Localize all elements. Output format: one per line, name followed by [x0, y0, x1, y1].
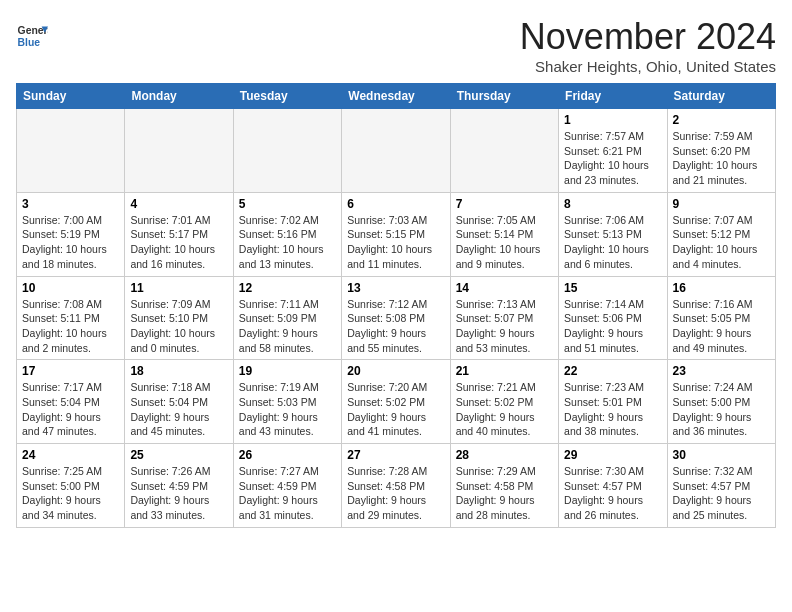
day-number: 1	[564, 113, 661, 127]
day-info: Sunrise: 7:17 AMSunset: 5:04 PMDaylight:…	[22, 380, 119, 439]
day-info: Sunrise: 7:03 AMSunset: 5:15 PMDaylight:…	[347, 213, 444, 272]
day-number: 27	[347, 448, 444, 462]
day-info: Sunrise: 7:11 AMSunset: 5:09 PMDaylight:…	[239, 297, 336, 356]
calendar-cell: 30Sunrise: 7:32 AMSunset: 4:57 PMDayligh…	[667, 444, 775, 528]
day-number: 26	[239, 448, 336, 462]
day-info: Sunrise: 7:09 AMSunset: 5:10 PMDaylight:…	[130, 297, 227, 356]
day-number: 29	[564, 448, 661, 462]
day-number: 8	[564, 197, 661, 211]
day-info: Sunrise: 7:02 AMSunset: 5:16 PMDaylight:…	[239, 213, 336, 272]
calendar-cell: 9Sunrise: 7:07 AMSunset: 5:12 PMDaylight…	[667, 192, 775, 276]
day-number: 18	[130, 364, 227, 378]
day-info: Sunrise: 7:07 AMSunset: 5:12 PMDaylight:…	[673, 213, 770, 272]
day-info: Sunrise: 7:12 AMSunset: 5:08 PMDaylight:…	[347, 297, 444, 356]
calendar-cell: 2Sunrise: 7:59 AMSunset: 6:20 PMDaylight…	[667, 109, 775, 193]
day-info: Sunrise: 7:23 AMSunset: 5:01 PMDaylight:…	[564, 380, 661, 439]
day-number: 12	[239, 281, 336, 295]
day-info: Sunrise: 7:14 AMSunset: 5:06 PMDaylight:…	[564, 297, 661, 356]
calendar-cell: 8Sunrise: 7:06 AMSunset: 5:13 PMDaylight…	[559, 192, 667, 276]
calendar-cell	[233, 109, 341, 193]
month-title: November 2024	[520, 16, 776, 58]
day-number: 7	[456, 197, 553, 211]
day-number: 20	[347, 364, 444, 378]
page-header: General Blue November 2024 Shaker Height…	[16, 16, 776, 75]
calendar-cell: 19Sunrise: 7:19 AMSunset: 5:03 PMDayligh…	[233, 360, 341, 444]
calendar-cell: 18Sunrise: 7:18 AMSunset: 5:04 PMDayligh…	[125, 360, 233, 444]
day-number: 15	[564, 281, 661, 295]
calendar-cell: 3Sunrise: 7:00 AMSunset: 5:19 PMDaylight…	[17, 192, 125, 276]
calendar-cell: 23Sunrise: 7:24 AMSunset: 5:00 PMDayligh…	[667, 360, 775, 444]
day-info: Sunrise: 7:28 AMSunset: 4:58 PMDaylight:…	[347, 464, 444, 523]
day-info: Sunrise: 7:08 AMSunset: 5:11 PMDaylight:…	[22, 297, 119, 356]
calendar-cell	[125, 109, 233, 193]
weekday-header-row: SundayMondayTuesdayWednesdayThursdayFrid…	[17, 84, 776, 109]
calendar-week-1: 3Sunrise: 7:00 AMSunset: 5:19 PMDaylight…	[17, 192, 776, 276]
day-number: 25	[130, 448, 227, 462]
location: Shaker Heights, Ohio, United States	[520, 58, 776, 75]
svg-text:Blue: Blue	[18, 37, 41, 48]
day-info: Sunrise: 7:26 AMSunset: 4:59 PMDaylight:…	[130, 464, 227, 523]
calendar-cell: 17Sunrise: 7:17 AMSunset: 5:04 PMDayligh…	[17, 360, 125, 444]
calendar-cell	[17, 109, 125, 193]
calendar-cell: 28Sunrise: 7:29 AMSunset: 4:58 PMDayligh…	[450, 444, 558, 528]
day-number: 28	[456, 448, 553, 462]
day-info: Sunrise: 7:20 AMSunset: 5:02 PMDaylight:…	[347, 380, 444, 439]
calendar-cell: 16Sunrise: 7:16 AMSunset: 5:05 PMDayligh…	[667, 276, 775, 360]
day-info: Sunrise: 7:57 AMSunset: 6:21 PMDaylight:…	[564, 129, 661, 188]
day-info: Sunrise: 7:00 AMSunset: 5:19 PMDaylight:…	[22, 213, 119, 272]
weekday-header-monday: Monday	[125, 84, 233, 109]
calendar-cell: 10Sunrise: 7:08 AMSunset: 5:11 PMDayligh…	[17, 276, 125, 360]
day-info: Sunrise: 7:29 AMSunset: 4:58 PMDaylight:…	[456, 464, 553, 523]
day-info: Sunrise: 7:27 AMSunset: 4:59 PMDaylight:…	[239, 464, 336, 523]
day-number: 14	[456, 281, 553, 295]
calendar-cell: 13Sunrise: 7:12 AMSunset: 5:08 PMDayligh…	[342, 276, 450, 360]
weekday-header-wednesday: Wednesday	[342, 84, 450, 109]
calendar-cell: 21Sunrise: 7:21 AMSunset: 5:02 PMDayligh…	[450, 360, 558, 444]
day-info: Sunrise: 7:59 AMSunset: 6:20 PMDaylight:…	[673, 129, 770, 188]
calendar-cell: 4Sunrise: 7:01 AMSunset: 5:17 PMDaylight…	[125, 192, 233, 276]
day-number: 30	[673, 448, 770, 462]
day-info: Sunrise: 7:05 AMSunset: 5:14 PMDaylight:…	[456, 213, 553, 272]
day-number: 10	[22, 281, 119, 295]
day-number: 19	[239, 364, 336, 378]
calendar-week-3: 17Sunrise: 7:17 AMSunset: 5:04 PMDayligh…	[17, 360, 776, 444]
calendar-cell: 25Sunrise: 7:26 AMSunset: 4:59 PMDayligh…	[125, 444, 233, 528]
calendar-cell: 20Sunrise: 7:20 AMSunset: 5:02 PMDayligh…	[342, 360, 450, 444]
calendar-week-4: 24Sunrise: 7:25 AMSunset: 5:00 PMDayligh…	[17, 444, 776, 528]
calendar-cell	[450, 109, 558, 193]
calendar-week-2: 10Sunrise: 7:08 AMSunset: 5:11 PMDayligh…	[17, 276, 776, 360]
day-number: 6	[347, 197, 444, 211]
title-block: November 2024 Shaker Heights, Ohio, Unit…	[520, 16, 776, 75]
calendar-cell: 12Sunrise: 7:11 AMSunset: 5:09 PMDayligh…	[233, 276, 341, 360]
weekday-header-saturday: Saturday	[667, 84, 775, 109]
calendar-week-0: 1Sunrise: 7:57 AMSunset: 6:21 PMDaylight…	[17, 109, 776, 193]
day-number: 16	[673, 281, 770, 295]
day-info: Sunrise: 7:21 AMSunset: 5:02 PMDaylight:…	[456, 380, 553, 439]
calendar-cell: 26Sunrise: 7:27 AMSunset: 4:59 PMDayligh…	[233, 444, 341, 528]
logo: General Blue	[16, 20, 48, 52]
weekday-header-friday: Friday	[559, 84, 667, 109]
calendar-cell: 7Sunrise: 7:05 AMSunset: 5:14 PMDaylight…	[450, 192, 558, 276]
day-info: Sunrise: 7:24 AMSunset: 5:00 PMDaylight:…	[673, 380, 770, 439]
weekday-header-thursday: Thursday	[450, 84, 558, 109]
day-info: Sunrise: 7:01 AMSunset: 5:17 PMDaylight:…	[130, 213, 227, 272]
day-number: 13	[347, 281, 444, 295]
calendar-cell: 6Sunrise: 7:03 AMSunset: 5:15 PMDaylight…	[342, 192, 450, 276]
day-number: 3	[22, 197, 119, 211]
day-number: 17	[22, 364, 119, 378]
calendar-cell	[342, 109, 450, 193]
calendar-table: SundayMondayTuesdayWednesdayThursdayFrid…	[16, 83, 776, 528]
day-info: Sunrise: 7:18 AMSunset: 5:04 PMDaylight:…	[130, 380, 227, 439]
calendar-cell: 27Sunrise: 7:28 AMSunset: 4:58 PMDayligh…	[342, 444, 450, 528]
day-info: Sunrise: 7:19 AMSunset: 5:03 PMDaylight:…	[239, 380, 336, 439]
calendar-cell: 15Sunrise: 7:14 AMSunset: 5:06 PMDayligh…	[559, 276, 667, 360]
day-info: Sunrise: 7:30 AMSunset: 4:57 PMDaylight:…	[564, 464, 661, 523]
day-number: 5	[239, 197, 336, 211]
day-info: Sunrise: 7:16 AMSunset: 5:05 PMDaylight:…	[673, 297, 770, 356]
day-number: 21	[456, 364, 553, 378]
day-number: 11	[130, 281, 227, 295]
day-info: Sunrise: 7:13 AMSunset: 5:07 PMDaylight:…	[456, 297, 553, 356]
calendar-cell: 14Sunrise: 7:13 AMSunset: 5:07 PMDayligh…	[450, 276, 558, 360]
day-number: 4	[130, 197, 227, 211]
calendar-cell: 29Sunrise: 7:30 AMSunset: 4:57 PMDayligh…	[559, 444, 667, 528]
